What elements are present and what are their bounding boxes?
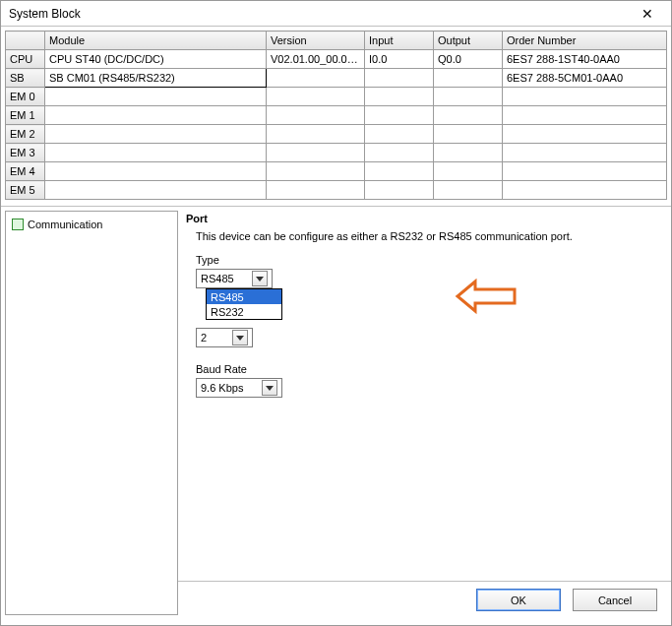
port-heading: Port bbox=[186, 213, 661, 224]
cell-input[interactable]: I0.0 bbox=[365, 50, 434, 69]
cell-module[interactable] bbox=[45, 162, 267, 181]
table-row[interactable]: SBSB CM01 (RS485/RS232)6ES7 288-5CM01-0A… bbox=[6, 69, 667, 88]
cell-output[interactable] bbox=[434, 181, 503, 200]
cell-slot: EM 2 bbox=[6, 125, 45, 144]
cell-input[interactable] bbox=[365, 144, 434, 162]
table-row[interactable]: EM 3 bbox=[6, 144, 667, 162]
cell-version[interactable] bbox=[267, 144, 365, 162]
type-option-rs485[interactable]: RS485 bbox=[207, 289, 281, 304]
cell-version[interactable] bbox=[267, 181, 365, 200]
table-row[interactable]: EM 0 bbox=[6, 88, 667, 106]
baud-select[interactable]: 9.6 Kbps bbox=[196, 378, 282, 398]
table-row[interactable]: EM 1 bbox=[6, 106, 667, 125]
cell-slot: CPU bbox=[6, 50, 45, 69]
cell-slot: EM 5 bbox=[6, 181, 45, 200]
tree-item-label: Communication bbox=[28, 219, 102, 230]
chevron-down-icon bbox=[232, 330, 248, 345]
cell-slot: EM 1 bbox=[6, 106, 45, 125]
cell-input[interactable] bbox=[365, 106, 434, 125]
cell-module[interactable]: CPU ST40 (DC/DC/DC) bbox=[45, 50, 267, 69]
cell-slot: EM 3 bbox=[6, 144, 45, 162]
type-option-rs232[interactable]: RS232 bbox=[207, 304, 281, 319]
detail-area: Communication Port This device can be co… bbox=[1, 206, 671, 619]
close-icon[interactable]: ✕ bbox=[632, 4, 663, 24]
col-version[interactable]: Version bbox=[267, 31, 365, 50]
cell-version[interactable] bbox=[267, 125, 365, 144]
table-row[interactable]: EM 5 bbox=[6, 181, 667, 200]
title-bar: System Block ✕ bbox=[1, 1, 671, 27]
cell-order[interactable] bbox=[503, 106, 667, 125]
address-combo-wrap: 2 bbox=[196, 328, 253, 347]
cell-input[interactable] bbox=[365, 162, 434, 181]
ok-button[interactable]: OK bbox=[476, 589, 561, 611]
cell-output[interactable] bbox=[434, 144, 503, 162]
dialog-buttons: OK Cancel bbox=[476, 589, 657, 611]
col-order[interactable]: Order Number bbox=[503, 31, 667, 50]
address-select[interactable]: 2 bbox=[196, 328, 253, 347]
cell-output[interactable]: Q0.0 bbox=[434, 50, 503, 69]
cell-version[interactable] bbox=[267, 106, 365, 125]
communication-icon bbox=[12, 219, 24, 230]
type-label: Type bbox=[196, 254, 661, 266]
cell-order[interactable] bbox=[503, 181, 667, 200]
cell-order[interactable]: 6ES7 288-1ST40-0AA0 bbox=[503, 50, 667, 69]
cell-input[interactable] bbox=[365, 125, 434, 144]
type-dropdown-list[interactable]: RS485 RS232 bbox=[206, 288, 282, 320]
cell-module[interactable] bbox=[45, 125, 267, 144]
col-output[interactable]: Output bbox=[434, 31, 503, 50]
table-row[interactable]: EM 4 bbox=[6, 162, 667, 181]
cell-version[interactable] bbox=[267, 162, 365, 181]
cell-order[interactable] bbox=[503, 162, 667, 181]
cell-version[interactable]: V02.01.00_00.00... bbox=[267, 50, 365, 69]
col-slot bbox=[6, 31, 45, 50]
cell-slot: EM 0 bbox=[6, 88, 45, 106]
tree-panel: Communication bbox=[5, 211, 178, 615]
chevron-down-icon bbox=[252, 271, 268, 286]
cell-output[interactable] bbox=[434, 106, 503, 125]
cell-order[interactable]: 6ES7 288-5CM01-0AA0 bbox=[503, 69, 667, 88]
cell-input[interactable] bbox=[365, 181, 434, 200]
annotation-arrow-icon bbox=[454, 278, 522, 315]
cell-order[interactable] bbox=[503, 125, 667, 144]
cell-output[interactable] bbox=[434, 125, 503, 144]
cell-version[interactable] bbox=[267, 88, 365, 106]
cell-module[interactable]: SB CM01 (RS485/RS232) bbox=[45, 69, 267, 88]
col-module[interactable]: Module bbox=[45, 31, 267, 50]
cell-version[interactable] bbox=[267, 69, 365, 88]
baud-label: Baud Rate bbox=[196, 363, 661, 375]
cell-slot: EM 4 bbox=[6, 162, 45, 181]
chevron-down-icon bbox=[262, 380, 277, 396]
address-value: 2 bbox=[201, 332, 207, 344]
type-select[interactable]: RS485 bbox=[196, 269, 273, 288]
tree-item-communication[interactable]: Communication bbox=[10, 216, 173, 233]
cell-slot: SB bbox=[6, 69, 45, 88]
baud-value: 9.6 Kbps bbox=[201, 382, 243, 394]
table-header-row: Module Version Input Output Order Number bbox=[6, 31, 667, 50]
cell-output[interactable] bbox=[434, 69, 503, 88]
port-panel: Port This device can be configure as eit… bbox=[178, 207, 671, 619]
table-row[interactable]: EM 2 bbox=[6, 125, 667, 144]
cell-module[interactable] bbox=[45, 181, 267, 200]
window-title: System Block bbox=[9, 7, 632, 21]
port-description: This device can be configure as either a… bbox=[196, 230, 661, 242]
cell-module[interactable] bbox=[45, 88, 267, 106]
baud-combo-wrap: 9.6 Kbps bbox=[196, 378, 282, 398]
cell-output[interactable] bbox=[434, 162, 503, 181]
cell-module[interactable] bbox=[45, 106, 267, 125]
table-row[interactable]: CPUCPU ST40 (DC/DC/DC)V02.01.00_00.00...… bbox=[6, 50, 667, 69]
type-combo-wrap: RS485 RS485 RS232 bbox=[196, 269, 275, 288]
cell-module[interactable] bbox=[45, 144, 267, 162]
type-value: RS485 bbox=[201, 273, 234, 284]
cancel-button[interactable]: Cancel bbox=[573, 589, 657, 611]
cell-input[interactable] bbox=[365, 69, 434, 88]
col-input[interactable]: Input bbox=[365, 31, 434, 50]
footer-divider bbox=[178, 581, 671, 582]
cell-order[interactable] bbox=[503, 144, 667, 162]
cell-order[interactable] bbox=[503, 88, 667, 106]
module-table[interactable]: Module Version Input Output Order Number… bbox=[5, 31, 667, 200]
module-grid-area: Module Version Input Output Order Number… bbox=[1, 27, 671, 200]
cell-output[interactable] bbox=[434, 88, 503, 106]
cell-input[interactable] bbox=[365, 88, 434, 106]
